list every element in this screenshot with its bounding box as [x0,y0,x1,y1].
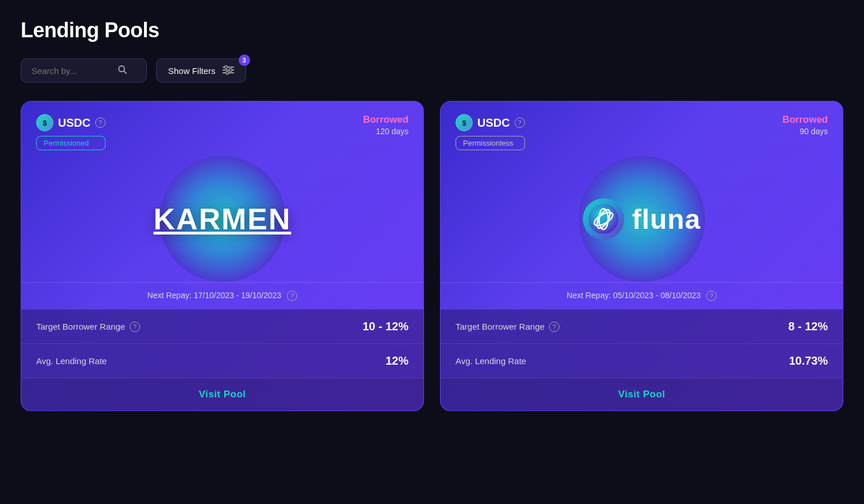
target-borrower-value-fluna: 8 - 12% [788,320,828,333]
card-top-fluna: $ USDC ? Permissionless Borrowed 90 days [441,101,843,156]
avg-lending-value-karmen: 12% [386,354,408,368]
show-filters-button[interactable]: Show Filters 3 [156,58,246,83]
pool-card-karmen: $ USDC ? Permissioned Borrowed 120 days … [21,101,424,411]
borrow-info-karmen: Borrowed 120 days [363,114,408,136]
visit-pool-row-karmen: Visit Pool [21,378,423,411]
avg-lending-label-fluna: Avg. Lending Rate [456,356,526,366]
card-header-fluna: $ USDC ? Permissionless Borrowed 90 days [456,114,828,150]
borrowed-days-karmen: 120 days [363,127,408,136]
avg-lending-row-karmen: Avg. Lending Rate 12% [21,343,423,378]
token-name-row-karmen: $ USDC ? [36,114,106,131]
repay-help-icon-karmen[interactable]: ? [287,291,297,301]
token-name-row-fluna: $ USDC ? [456,114,525,131]
target-help-icon-fluna[interactable]: ? [549,322,559,332]
card-stats-karmen: Target Borrower Range ? 10 - 12% Avg. Le… [21,309,423,378]
token-icon-karmen: $ [36,114,53,131]
search-input[interactable] [32,66,112,76]
token-symbol-fluna: USDC [477,116,510,130]
svg-point-6 [229,68,232,71]
fluna-circle-icon [583,198,624,240]
visit-pool-button-karmen[interactable]: Visit Pool [199,389,246,400]
target-borrower-value-karmen: 10 - 12% [363,320,408,333]
permission-badge-fluna: Permissionless [456,136,525,150]
target-borrower-label-karmen: Target Borrower Range ? [36,322,140,332]
token-info-karmen: $ USDC ? Permissioned [36,114,106,150]
filter-icon [223,65,234,76]
brand-name-fluna: fluna [632,204,701,235]
brand-name-karmen: KARMEN [153,202,291,236]
search-box[interactable] [21,58,147,83]
borrowed-label-karmen: Borrowed [363,114,408,126]
next-repay-fluna: Next Repay: 05/10/2023 - 08/10/2023 ? [441,282,843,309]
token-info-fluna: $ USDC ? Permissionless [456,114,525,150]
toolbar: Show Filters 3 [21,58,843,83]
permission-badge-karmen: Permissioned [36,136,106,150]
borrowed-label-fluna: Borrowed [783,114,828,126]
filter-btn-label: Show Filters [168,66,216,76]
card-top-karmen: $ USDC ? Permissioned Borrowed 120 days [21,101,423,156]
card-visual-fluna: fluna [441,156,843,282]
usdc-help-icon-karmen[interactable]: ? [95,118,106,128]
borrow-info-fluna: Borrowed 90 days [783,114,828,136]
token-symbol-karmen: USDC [58,116,91,130]
search-icon [118,65,127,76]
fluna-logo: fluna [583,198,701,240]
next-repay-karmen: Next Repay: 17/10/2023 - 19/10/2023 ? [21,282,423,309]
avg-lending-value-fluna: 10.73% [789,354,828,368]
svg-line-1 [124,71,126,73]
usdc-help-icon-fluna[interactable]: ? [515,118,525,128]
cards-grid: $ USDC ? Permissioned Borrowed 120 days … [21,101,843,411]
token-icon-fluna: $ [456,114,473,131]
borrowed-days-fluna: 90 days [783,127,828,136]
repay-help-icon-fluna[interactable]: ? [706,291,717,301]
target-borrower-row-fluna: Target Borrower Range ? 8 - 12% [441,309,843,343]
card-stats-fluna: Target Borrower Range ? 8 - 12% Avg. Len… [441,309,843,378]
pool-card-fluna: $ USDC ? Permissionless Borrowed 90 days [440,101,843,411]
avg-lending-label-karmen: Avg. Lending Rate [36,356,107,366]
svg-point-5 [224,65,227,68]
visit-pool-row-fluna: Visit Pool [441,378,843,411]
visit-pool-button-fluna[interactable]: Visit Pool [618,389,665,400]
target-borrower-label-fluna: Target Borrower Range ? [456,322,559,332]
target-help-icon-karmen[interactable]: ? [130,322,140,332]
card-visual-karmen: KARMEN [21,156,423,282]
avg-lending-row-fluna: Avg. Lending Rate 10.73% [441,343,843,378]
page-title: Lending Pools [21,18,843,42]
svg-point-7 [225,71,228,74]
target-borrower-row-karmen: Target Borrower Range ? 10 - 12% [21,309,423,343]
card-header-karmen: $ USDC ? Permissioned Borrowed 120 days [36,114,408,150]
filter-count-badge: 3 [239,54,250,66]
